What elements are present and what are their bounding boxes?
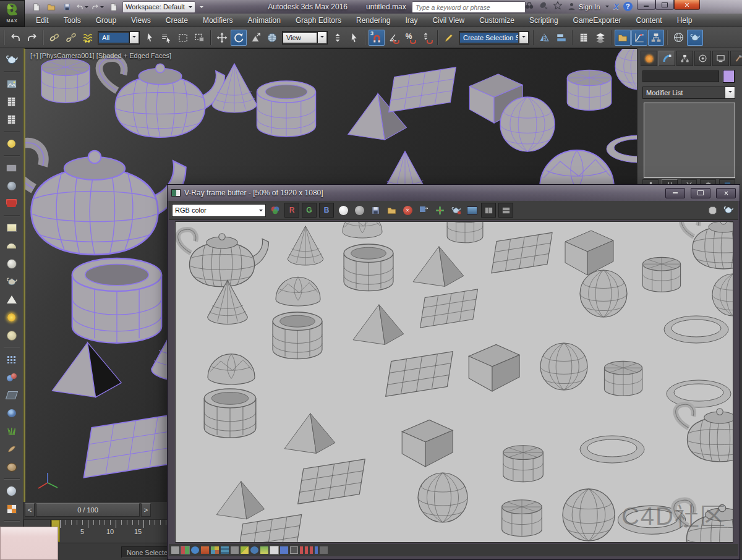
vfb-minimize-button[interactable] (665, 188, 685, 198)
menu-create[interactable]: Create (158, 16, 195, 25)
obj-sphere[interactable] (615, 49, 637, 90)
help-button[interactable]: ? (623, 2, 633, 11)
select-and-rotate-button[interactable] (231, 30, 247, 46)
vfb-footer-icon-12[interactable] (280, 546, 288, 554)
max-logo-button[interactable]: MAX (0, 0, 25, 27)
vfb-footer-icon-13[interactable] (290, 546, 298, 554)
vray-instancer-button[interactable] (4, 405, 20, 421)
menu-tools[interactable]: Tools (56, 16, 88, 25)
redo-button[interactable] (24, 30, 40, 46)
vfb-clear-image-button[interactable] (401, 203, 414, 217)
angle-snap-button[interactable] (385, 30, 401, 46)
vray-clipper-button[interactable] (4, 388, 20, 403)
vfb-footer-icon-15[interactable] (310, 546, 318, 554)
cone-primitive-button[interactable] (4, 292, 20, 307)
sphere-primitive-button[interactable] (4, 256, 20, 271)
vfb-alpha-channel-button[interactable] (336, 203, 350, 217)
select-and-move-button[interactable] (214, 30, 230, 46)
select-and-manipulate-button[interactable] (346, 30, 362, 46)
redo-quick-button[interactable] (92, 1, 104, 12)
vfb-link-buffer-button[interactable] (465, 203, 479, 217)
vray-material-button[interactable] (4, 501, 20, 517)
dome-primitive-button[interactable] (4, 238, 20, 253)
select-and-scale-button[interactable] (247, 30, 263, 46)
vfb-duplicate-button[interactable] (417, 203, 430, 217)
obj-teapot[interactable] (99, 58, 224, 137)
vfb-footer-icon-14[interactable] (300, 546, 308, 554)
vray-settings-button[interactable] (4, 94, 20, 109)
frame-display[interactable]: 0 / 100 (36, 503, 140, 517)
vray-sun-button[interactable] (4, 310, 20, 325)
vfb-load-image-button[interactable] (385, 203, 398, 217)
obj-tube[interactable] (72, 258, 161, 343)
snaps-toggle-button[interactable]: 3 (369, 30, 385, 46)
next-frame-button[interactable]: > (141, 503, 151, 517)
bind-to-spacewarp-button[interactable] (80, 30, 96, 46)
undo-quick-button[interactable] (76, 1, 88, 12)
select-by-name-button[interactable] (158, 30, 174, 46)
obj-teapot[interactable] (25, 143, 186, 255)
render-setup-button[interactable] (687, 30, 703, 46)
vray-dome-camera-button[interactable] (4, 178, 20, 193)
select-and-link-button[interactable] (46, 30, 62, 46)
sign-in-button[interactable]: Sign In (567, 2, 600, 11)
window-crossing-button[interactable] (192, 30, 208, 46)
vfb-footer-icon-6[interactable] (221, 546, 229, 554)
tab-modify[interactable] (659, 51, 675, 66)
sign-in-caret[interactable] (605, 6, 609, 9)
vfb-render-last-button[interactable] (722, 203, 735, 217)
vfb-footer-icon-2[interactable] (181, 546, 189, 554)
vfb-compare-horizontal-button[interactable] (481, 203, 496, 218)
spinner-snap-button[interactable] (419, 30, 435, 46)
tab-hierarchy[interactable] (676, 51, 693, 66)
vfb-region-render-button[interactable] (449, 203, 463, 217)
new-file-button[interactable] (30, 1, 42, 12)
vray-framebuffer-button[interactable] (4, 76, 20, 91)
curve-editor-button[interactable] (631, 30, 647, 46)
selection-filter-dropdown[interactable]: All (98, 31, 140, 45)
selection-region-button[interactable] (175, 30, 191, 46)
vray-film-camera-button[interactable] (4, 196, 20, 211)
select-object-button[interactable] (142, 30, 158, 46)
unlink-selection-button[interactable] (63, 30, 79, 46)
menu-gameexporter[interactable]: GameExporter (566, 16, 629, 25)
vfb-footer-icon-16[interactable] (320, 546, 328, 554)
favorites-button[interactable] (553, 1, 563, 13)
vfb-footer-icon-1[interactable] (171, 546, 179, 554)
previous-frame-button[interactable]: < (25, 503, 35, 517)
vfb-footer-icon-4[interactable] (201, 546, 209, 554)
select-and-place-button[interactable] (264, 30, 280, 46)
use-pivot-center-button[interactable] (330, 30, 346, 46)
tab-create[interactable] (641, 51, 657, 66)
object-color-swatch[interactable] (723, 70, 735, 83)
undo-button[interactable] (7, 30, 23, 46)
vfb-footer-icon-7[interactable] (231, 546, 239, 554)
exchange-apps-icon[interactable]: X (613, 2, 619, 11)
menu-content[interactable]: Content (629, 16, 670, 25)
vfb-green-channel-button[interactable]: G (302, 203, 317, 218)
mirror-button[interactable] (537, 30, 553, 46)
plane-primitive-button[interactable] (4, 220, 20, 235)
modifier-list-dropdown[interactable]: Modifier List (642, 87, 735, 99)
minimize-button[interactable] (637, 0, 655, 10)
communication-center-button[interactable] (539, 1, 548, 13)
tab-utilities[interactable] (730, 51, 742, 66)
layer-manager-button[interactable] (592, 30, 608, 46)
menu-animation[interactable]: Animation (241, 16, 288, 25)
ribbon-toggle-button[interactable] (615, 30, 631, 46)
reference-coordinate-dropdown[interactable]: View (282, 31, 328, 45)
modifier-stack[interactable] (644, 103, 735, 178)
project-folder-button[interactable] (107, 1, 119, 12)
named-selection-dropdown[interactable]: Create Selection Se (459, 31, 529, 45)
vfb-render-canvas[interactable]: C4D社区 (175, 221, 733, 543)
tab-display[interactable] (712, 51, 729, 66)
menu-modifiers[interactable]: Modifiers (195, 16, 241, 25)
search-button[interactable] (524, 1, 534, 13)
vfb-close-button[interactable] (716, 188, 736, 198)
menu-customize[interactable]: Customize (472, 16, 522, 25)
vfb-footer-icon-10[interactable] (260, 546, 268, 554)
object-name-field[interactable] (642, 70, 719, 82)
vray-proxy-button[interactable] (4, 370, 20, 385)
maxscript-mini-listener[interactable] (0, 527, 58, 560)
tab-motion[interactable] (694, 51, 711, 66)
